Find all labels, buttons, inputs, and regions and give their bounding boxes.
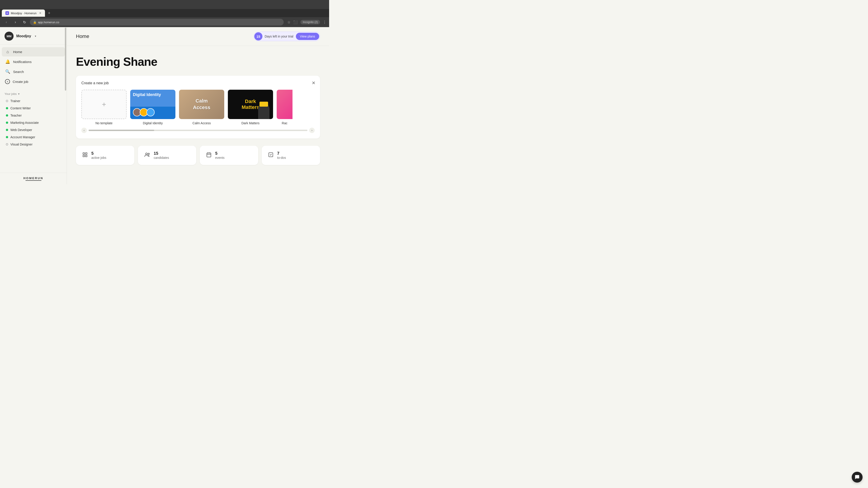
bell-icon: 🔔 (5, 59, 10, 64)
checkbox-icon (268, 152, 274, 159)
svg-point-5 (148, 153, 149, 155)
tab-bar: M Moodjoy · Homerun ✕ + (0, 9, 329, 17)
create-job-card: Create a new job ✕ + No template (76, 76, 320, 138)
digital-identity-label: Digital Identity (130, 121, 176, 125)
template-calm-access[interactable]: CalmAccess Calm Access (179, 90, 224, 125)
no-template-label: No template (81, 121, 127, 125)
active-jobs-label: active jobs (91, 156, 106, 160)
view-plans-button[interactable]: View plans (296, 33, 319, 40)
browser-toolbar-icons: ☆ ⬛ Incognito (2) ⋮ (287, 20, 327, 24)
sidebar-job-account-manager[interactable]: Account Manager (4, 133, 62, 141)
sidebar-job-web-developer[interactable]: Web Developer (4, 126, 62, 133)
jobs-dropdown-arrow[interactable]: ▾ (18, 92, 20, 96)
web-developer-label: Web Developer (10, 128, 32, 132)
sidebar-icon[interactable]: ⬛ (293, 20, 298, 24)
ca-title-text: CalmAccess (193, 98, 210, 111)
rac-label: Rac (277, 121, 292, 125)
scroll-right-button[interactable]: › (309, 128, 315, 133)
dm-hat (259, 102, 268, 107)
scroll-left-button[interactable]: ‹ (81, 128, 87, 133)
sidebar-job-marketing-associate[interactable]: Marketing Associate (4, 119, 62, 126)
candidates-label: candidates (154, 156, 169, 160)
browser-window-bar (0, 0, 329, 9)
account-manager-label: Account Manager (10, 135, 35, 139)
menu-icon[interactable]: ⋮ (323, 20, 327, 24)
template-digital-identity[interactable]: Digital Identity Digital Identity (130, 90, 176, 125)
sidebar-job-visual-designer[interactable]: Visual Designer (4, 141, 62, 148)
template-scroll-controls: ‹ › (81, 128, 315, 133)
company-dropdown-arrow[interactable]: ▾ (35, 35, 36, 38)
di-face-3 (147, 108, 155, 116)
create-job-title: Create a new job (81, 81, 315, 85)
teacher-status-dot (6, 114, 8, 117)
dm-title-text: DarkMatters (242, 98, 259, 110)
jobs-section: Your jobs ▾ Trainer Content Writer Teach… (0, 90, 67, 149)
template-dark-matters-preview: DarkMatters (228, 90, 273, 119)
trial-text: Days left in your trial (263, 35, 295, 38)
address-input[interactable]: 🔒 app.homerun.co (30, 19, 284, 26)
sidebar-job-trainer[interactable]: Trainer (4, 97, 62, 105)
template-rac[interactable]: Rac (277, 90, 292, 125)
template-no-template-preview: + (81, 90, 127, 119)
homerun-logo: HOMERUN (0, 173, 67, 184)
app-layout: MM Moodjoy ▾ ⌂ Home 🔔 Notifications 🔍 Se… (0, 27, 329, 184)
sidebar-scrollbar[interactable] (65, 27, 67, 184)
sidebar-item-home[interactable]: ⌂ Home (2, 47, 65, 57)
todos-count: 7 (277, 151, 286, 156)
marketing-associate-status-dot (6, 122, 8, 124)
content-writer-label: Content Writer (10, 106, 31, 110)
tab-title: Moodjoy · Homerun (11, 11, 36, 15)
active-tab[interactable]: M Moodjoy · Homerun ✕ (2, 9, 45, 17)
sidebar-job-content-writer[interactable]: Content Writer (4, 105, 62, 112)
main-content: Home 15 Days left in your trial View pla… (67, 27, 329, 184)
jobs-section-title: Your jobs ▾ (4, 91, 62, 97)
people-icon (144, 152, 150, 159)
close-create-job-button[interactable]: ✕ (312, 80, 315, 86)
forward-button[interactable]: › (12, 19, 19, 26)
todos-label: to-dos (277, 156, 286, 160)
template-no-template[interactable]: + No template (81, 90, 127, 125)
svg-rect-0 (83, 153, 85, 154)
reload-button[interactable]: ↻ (21, 19, 28, 26)
template-dark-matters[interactable]: DarkMatters Dark Matters (228, 90, 273, 125)
template-digital-identity-preview: Digital Identity (130, 90, 176, 119)
new-tab-button[interactable]: + (46, 10, 52, 16)
top-bar: Home 15 Days left in your trial View pla… (67, 27, 329, 46)
stat-card-events[interactable]: 5 events (200, 146, 258, 165)
sidebar-item-home-label: Home (13, 50, 22, 54)
events-label: events (215, 156, 224, 160)
marketing-associate-label: Marketing Associate (10, 121, 39, 125)
sidebar: MM Moodjoy ▾ ⌂ Home 🔔 Notifications 🔍 Se… (0, 27, 67, 184)
lock-icon: 🔒 (33, 21, 37, 24)
sidebar-job-teacher[interactable]: Teacher (4, 112, 62, 119)
sidebar-item-search[interactable]: 🔍 Search (2, 67, 65, 76)
events-info: 5 events (215, 151, 224, 160)
content-writer-status-dot (6, 107, 8, 109)
tab-close-button[interactable]: ✕ (39, 11, 41, 15)
trial-badge: 15 Days left in your trial View plans (254, 32, 320, 41)
home-icon: ⌂ (5, 50, 10, 54)
sidebar-item-create-job[interactable]: + Create job (2, 77, 65, 86)
incognito-badge[interactable]: Incognito (2) (301, 20, 320, 24)
active-jobs-count: 5 (91, 151, 106, 156)
stat-card-active-jobs[interactable]: 5 active jobs (76, 146, 134, 165)
sidebar-item-create-job-label: Create job (13, 80, 28, 84)
homerun-logo-text: HOMERUN (4, 176, 62, 180)
templates-row: + No template Digital Identity (81, 90, 315, 125)
svg-rect-6 (207, 153, 211, 157)
bookmark-icon[interactable]: ☆ (287, 20, 290, 24)
avatar: MM (4, 32, 13, 41)
page-title: Home (76, 33, 89, 39)
sidebar-item-notifications[interactable]: 🔔 Notifications (2, 57, 65, 66)
stat-card-todos[interactable]: 7 to-dos (262, 146, 320, 165)
visual-designer-status-dot (6, 143, 8, 145)
dark-matters-label: Dark Matters (228, 121, 273, 125)
trainer-label: Trainer (10, 99, 20, 103)
sidebar-navigation: ⌂ Home 🔔 Notifications 🔍 Search + Create… (0, 44, 67, 90)
calm-access-label: Calm Access (179, 121, 224, 125)
svg-rect-3 (83, 155, 85, 157)
template-scroll-track[interactable] (89, 130, 307, 131)
sidebar-item-notifications-label: Notifications (13, 60, 32, 64)
back-button[interactable]: ‹ (3, 19, 10, 26)
stat-card-candidates[interactable]: 15 candidates (138, 146, 196, 165)
